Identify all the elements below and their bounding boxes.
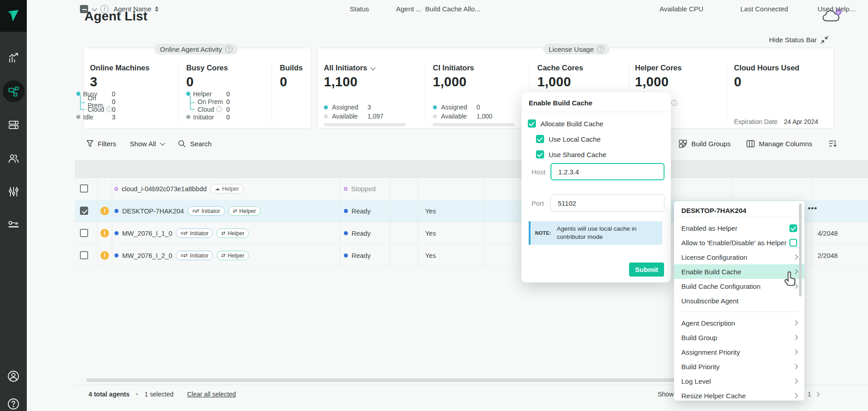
online-machines-column: Online Machines 3	[90, 64, 172, 89]
user-avatar[interactable]	[0, 366, 27, 386]
build-cache-cell: Yes	[425, 244, 436, 267]
allocate-build-cache-checkbox[interactable]	[528, 119, 536, 128]
ci-initiators-column: CI Initiators 1,000 Assigned0 Available1…	[433, 64, 515, 126]
cloud-value: 0	[112, 106, 116, 113]
allow-enable-disable-checkbox[interactable]	[789, 239, 797, 247]
use-shared-cache-checkbox[interactable]	[536, 150, 544, 158]
available-value: 1,000	[476, 113, 492, 120]
busy-dot	[76, 92, 80, 96]
use-local-cache-checkbox[interactable]	[536, 135, 544, 143]
note-box: NOTE: Agents will use local cache in con…	[529, 221, 662, 245]
chevron-down-icon	[160, 140, 165, 145]
enabled-as-helper-checkbox[interactable]	[789, 224, 797, 232]
online-agent-activity-label: Online Agent Activity	[160, 45, 222, 53]
submit-button[interactable]: Submit	[629, 262, 664, 277]
row-checkbox[interactable]	[80, 229, 88, 237]
sidebar-item-builds[interactable]	[0, 114, 27, 135]
manage-columns-icon	[746, 140, 755, 148]
use-local-cache-option[interactable]: Use Local Cache	[536, 135, 600, 143]
chevron-right-icon	[793, 335, 798, 340]
menu-item-license-configuration[interactable]: License Configuration	[674, 250, 804, 264]
status-column-header: Status	[350, 0, 369, 18]
build-groups-icon	[679, 139, 687, 148]
table-toolbar-left: Filters Show All Search	[86, 136, 212, 151]
enable-build-cache-popup: Enable Build Cache Allocate Build Cache …	[521, 92, 671, 282]
initiator-badge: ≡⇄Initiator	[188, 206, 225, 216]
status-cell: Ready	[344, 244, 371, 267]
all-initiators-dropdown-icon[interactable]	[371, 65, 376, 70]
sidebar-item-users[interactable]	[0, 148, 27, 169]
helper-dot	[186, 92, 190, 96]
horizontal-scrollbar[interactable]	[86, 378, 681, 382]
sort-list-icon	[828, 139, 838, 148]
total-agents-count: 4 total agents	[89, 391, 129, 398]
host-input[interactable]	[551, 163, 665, 180]
menu-scrollbar[interactable]	[799, 203, 802, 297]
collapse-icon	[820, 35, 829, 44]
hide-status-bar-button[interactable]: Hide Status Bar	[769, 35, 829, 44]
agent-name-column-header[interactable]: Agent Name	[114, 0, 159, 18]
row-actions-kebab-icon[interactable]: •••	[807, 203, 818, 214]
sidebar-item-dashboard[interactable]	[0, 48, 27, 69]
row-checkbox[interactable]	[80, 184, 88, 193]
online-machines-title: Online Machines	[90, 64, 172, 72]
sort-order-button[interactable]	[828, 139, 838, 148]
sidebar-item-license[interactable]	[0, 214, 27, 235]
sidebar-item-settings[interactable]	[0, 181, 27, 202]
users-icon	[8, 153, 20, 164]
question-icon	[7, 398, 20, 410]
menu-item-resize-helper-cache[interactable]: Resize Helper Cache	[674, 388, 804, 403]
use-shared-cache-option[interactable]: Use Shared Cache	[536, 150, 606, 158]
hide-status-bar-label: Hide Status Bar	[769, 36, 817, 44]
current-page: 1	[808, 391, 811, 398]
show-all-dropdown[interactable]: Show All	[130, 140, 165, 148]
menu-item-assignment-priority[interactable]: Assignment Priority	[674, 345, 804, 359]
menu-item-allow-enable-disable[interactable]: Allow to 'Enable/Disable' as Helper	[674, 235, 804, 250]
helper-value: 0	[226, 90, 230, 98]
port-input[interactable]	[551, 194, 665, 212]
search-button[interactable]: Search	[178, 140, 212, 148]
alerts-column-header: !	[100, 0, 109, 18]
initiator-icon: ≡⇄	[180, 253, 188, 258]
available-label: Available	[441, 113, 476, 120]
menu-item-build-group[interactable]: Build Group	[674, 330, 804, 345]
helper-cores-info-icon[interactable]	[671, 100, 677, 106]
row-checkbox[interactable]	[80, 207, 88, 215]
helper-badge: ☁Helper	[210, 184, 243, 193]
sliders-icon	[8, 186, 20, 198]
sort-icon[interactable]	[155, 6, 159, 12]
cloud-info-icon[interactable]	[106, 106, 112, 112]
clear-all-selected-link[interactable]: Clear all selected	[187, 391, 236, 398]
next-page-icon[interactable]	[815, 392, 819, 396]
assigned-value: 3	[367, 104, 371, 111]
row-checkbox[interactable]	[80, 251, 88, 259]
online-agent-activity-help-icon[interactable]	[225, 45, 233, 53]
menu-item-log-level[interactable]: Log Level	[674, 374, 804, 388]
show-label: Show:	[658, 391, 675, 398]
build-groups-button[interactable]: Build Groups	[679, 139, 731, 148]
build-cache-allocation-column-header: Build Cache Allo...	[425, 0, 481, 18]
selection-menu-chevron-icon[interactable]	[92, 6, 97, 11]
menu-item-build-priority[interactable]: Build Priority	[674, 359, 804, 374]
menu-item-enabled-as-helper[interactable]: Enabled as Helper	[674, 221, 804, 235]
allocate-build-cache-option[interactable]: Allocate Build Cache	[528, 119, 603, 128]
status-text: Ready	[352, 230, 371, 237]
sidebar-item-agents[interactable]	[0, 81, 27, 102]
license-usage-help-icon[interactable]	[597, 45, 604, 53]
sync-icon: ⇄	[233, 208, 237, 213]
manage-columns-button[interactable]: Manage Columns	[746, 140, 813, 148]
menu-item-unsubscribe-agent[interactable]: Unsubscribe Agent	[674, 293, 804, 308]
idle-value: 3	[112, 114, 115, 121]
filters-button[interactable]: Filters	[86, 140, 116, 148]
status-text: Ready	[352, 252, 371, 259]
filters-label: Filters	[98, 140, 116, 148]
cloud-info-icon[interactable]	[216, 106, 222, 112]
used-helper-cache-cell: 4/2048	[818, 222, 838, 244]
brand-logo[interactable]	[0, 0, 27, 32]
assigned-label: Assigned	[332, 104, 367, 111]
menu-item-agent-description[interactable]: Agent Description	[674, 316, 804, 330]
helper-cores-column: Helper Cores 1,000 Total pool	[635, 64, 721, 89]
help-button[interactable]	[0, 393, 27, 411]
select-all-checkbox[interactable]	[80, 5, 88, 13]
all-initiators-value: 1,100	[324, 74, 406, 89]
